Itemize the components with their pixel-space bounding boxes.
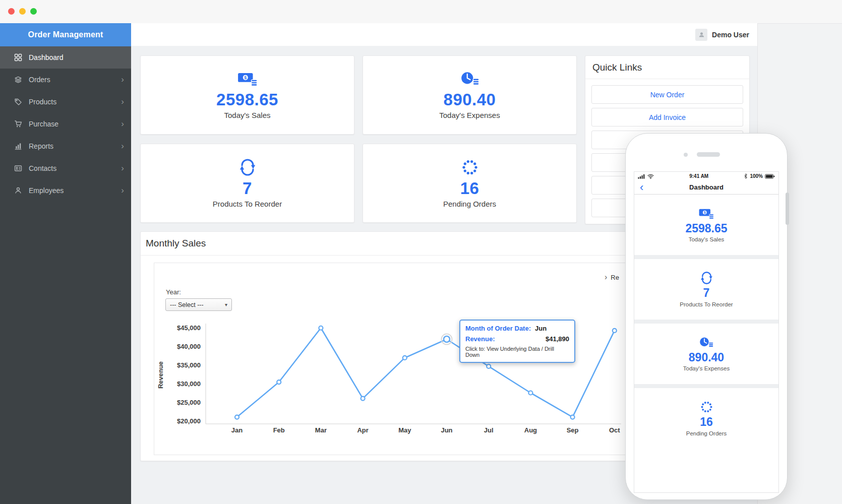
sidebar-item-label: Purchase <box>29 120 58 128</box>
dashboard-icon <box>14 53 22 61</box>
phone-battery-percent: 100% <box>750 173 763 179</box>
phone-camera-icon <box>684 153 688 157</box>
expenses-icon <box>698 336 714 349</box>
svg-text:May: May <box>398 426 411 434</box>
chart-legend[interactable]: › Re <box>605 273 619 281</box>
svg-text:Feb: Feb <box>273 426 285 434</box>
stat-label: Today's Sales <box>689 236 725 242</box>
sidebar-item-label: Employees <box>29 186 64 195</box>
stat-label: Today's Expenses <box>439 111 500 119</box>
tooltip-month-label: Month of Order Date: <box>465 325 531 332</box>
stat-label: Pending Orders <box>686 430 727 436</box>
chevron-right-icon: › <box>605 273 607 281</box>
svg-text:$25,000: $25,000 <box>177 399 201 406</box>
phone-side-button <box>786 193 789 225</box>
back-chevron-icon: ‹ <box>640 180 643 194</box>
user-avatar-icon <box>695 29 707 41</box>
svg-text:$20,000: $20,000 <box>177 417 201 425</box>
chart-tooltip: Month of Order Date: Jun Revenue: $41,89… <box>459 320 575 363</box>
tooltip-hint: Click to: View Underlying Data / Drill D… <box>465 346 569 358</box>
legend-label: Re <box>611 274 619 281</box>
phone-status-bar: 9:41 AM 100% <box>634 172 778 180</box>
topbar: Demo User <box>131 23 757 46</box>
sidebar: Order Management Dashboard Orders › Prod… <box>0 23 131 504</box>
zoom-window-button[interactable] <box>30 8 37 15</box>
stat-card-products-to-reorder[interactable]: 7 Products To Reorder <box>140 144 354 223</box>
caret-down-icon: ▾ <box>225 302 227 307</box>
pending-icon <box>460 158 479 176</box>
reorder-icon <box>238 158 257 176</box>
phone-nav-bar: ‹ Dashboard <box>634 180 778 195</box>
svg-text:$45,000: $45,000 <box>177 324 201 332</box>
quick-links-title: Quick Links <box>585 56 749 79</box>
quick-link-new-order[interactable]: New Order <box>591 85 743 104</box>
user-menu[interactable]: Demo User <box>695 23 749 46</box>
year-select-value: --- Select --- <box>170 301 204 308</box>
svg-text:Jun: Jun <box>441 426 452 434</box>
year-select[interactable]: --- Select --- ▾ <box>165 298 232 311</box>
svg-text:$30,000: $30,000 <box>177 380 201 388</box>
tooltip-revenue-label: Revenue: <box>465 335 495 343</box>
stat-label: Pending Orders <box>443 200 496 208</box>
contacts-icon <box>14 164 22 172</box>
stat-value: 2598.65 <box>685 222 727 236</box>
svg-text:Jan: Jan <box>231 426 243 434</box>
sidebar-item-purchase[interactable]: Purchase › <box>0 113 131 135</box>
sales-icon <box>698 207 714 220</box>
svg-text:Oct: Oct <box>609 426 620 434</box>
stat-card-pending-orders[interactable]: 16 Pending Orders <box>363 144 577 223</box>
phone-stat-card-todays-sales: 2598.65 Today's Sales <box>634 195 778 255</box>
sidebar-item-label: Orders <box>29 76 50 84</box>
stat-value: 890.40 <box>444 90 496 109</box>
chevron-right-icon: › <box>121 75 124 84</box>
sidebar-item-label: Contacts <box>29 164 56 172</box>
phone-stat-card-pending-orders: 16 Pending Orders <box>634 388 778 449</box>
phone-stat-card-todays-expenses: 890.40 Today's Expenses <box>634 324 778 384</box>
svg-text:Revenue: Revenue <box>157 361 164 389</box>
minimize-window-button[interactable] <box>19 8 26 15</box>
sidebar-item-contacts[interactable]: Contacts › <box>0 157 131 179</box>
svg-text:Mar: Mar <box>315 426 327 434</box>
bluetooth-icon <box>744 173 748 179</box>
stat-value: 7 <box>703 286 710 300</box>
wifi-icon <box>647 174 654 179</box>
stat-card-todays-expenses[interactable]: 890.40 Today's Expenses <box>363 55 577 135</box>
quick-link-add-invoice[interactable]: Add Invoice <box>591 108 743 127</box>
expenses-icon <box>459 71 480 88</box>
sidebar-item-orders[interactable]: Orders › <box>0 69 131 91</box>
svg-text:Sep: Sep <box>567 426 579 434</box>
screenshot-canvas: Order Management Dashboard Orders › Prod… <box>0 0 842 504</box>
svg-text:$40,000: $40,000 <box>177 343 201 350</box>
close-window-button[interactable] <box>8 8 15 15</box>
sidebar-item-dashboard[interactable]: Dashboard <box>0 46 131 69</box>
stat-value: 16 <box>460 179 479 198</box>
phone-stat-card-products-to-reorder: 7 Products To Reorder <box>634 259 778 320</box>
phone-speaker-icon <box>697 152 720 157</box>
app-title: Order Management <box>0 23 131 46</box>
sidebar-item-products[interactable]: Products › <box>0 91 131 113</box>
phone-card-list: 2598.65 Today's Sales 7 Products To Reor… <box>634 195 778 449</box>
chevron-right-icon: › <box>121 186 124 195</box>
employees-icon <box>14 186 22 195</box>
stat-label: Products To Reorder <box>680 301 733 307</box>
stat-value: 16 <box>700 415 713 429</box>
battery-icon <box>765 174 775 179</box>
phone-page-title: Dashboard <box>689 183 724 191</box>
stat-value: 2598.65 <box>216 90 278 109</box>
reorder-icon <box>700 271 713 285</box>
pending-icon <box>700 400 713 414</box>
stat-value: 890.40 <box>689 351 724 365</box>
sidebar-item-label: Reports <box>29 142 53 150</box>
user-name: Demo User <box>712 31 749 39</box>
stat-card-todays-sales[interactable]: 2598.65 Today's Sales <box>140 55 354 135</box>
sidebar-item-employees[interactable]: Employees › <box>0 179 131 202</box>
svg-text:Apr: Apr <box>357 426 368 434</box>
tooltip-month-row: Month of Order Date: Jun <box>465 325 569 332</box>
svg-text:Aug: Aug <box>524 426 537 434</box>
products-icon <box>14 98 22 106</box>
stat-label: Today's Sales <box>224 111 270 119</box>
sales-icon <box>237 71 258 88</box>
stat-value: 7 <box>243 179 252 198</box>
phone-screen: 9:41 AM 100% ‹ Dashboard 2598.65 Today's… <box>634 171 779 493</box>
sidebar-item-reports[interactable]: Reports › <box>0 135 131 157</box>
